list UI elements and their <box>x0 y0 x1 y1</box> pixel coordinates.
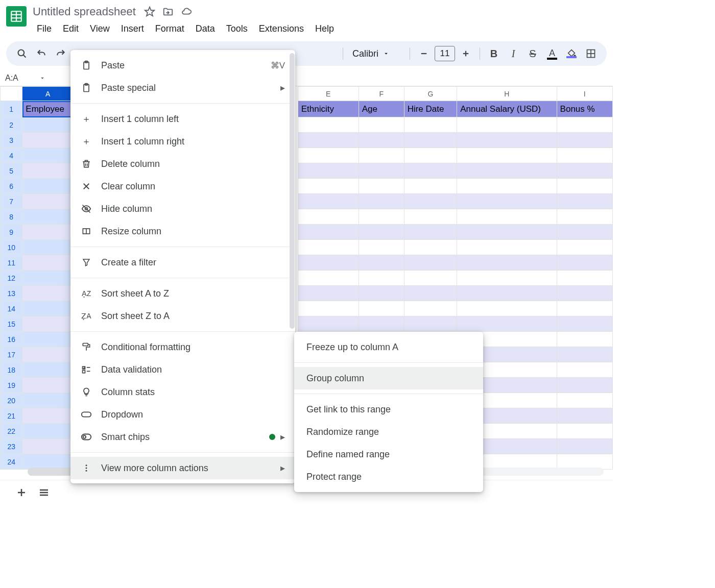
cell[interactable] <box>557 255 612 271</box>
sub-get-link[interactable]: Get link to this range <box>294 398 483 421</box>
cell[interactable]: Employee <box>22 101 74 117</box>
row-header[interactable]: 3 <box>1 133 22 148</box>
text-color-icon[interactable]: A <box>543 45 561 62</box>
cell[interactable]: Hire Date <box>404 101 457 117</box>
sub-group-column[interactable]: Group column <box>294 367 483 389</box>
cell[interactable] <box>457 240 557 255</box>
sub-randomize[interactable]: Randomize range <box>294 421 483 443</box>
row-header[interactable]: 18 <box>1 362 22 378</box>
cell[interactable] <box>298 286 359 301</box>
doc-title[interactable]: Untitled spreadsheet <box>32 4 137 19</box>
row-header[interactable]: 6 <box>1 179 22 194</box>
cell[interactable] <box>557 179 612 194</box>
cell[interactable] <box>404 133 457 148</box>
redo-icon[interactable] <box>52 45 69 62</box>
cloud-icon[interactable] <box>181 6 192 17</box>
cell[interactable] <box>298 225 359 240</box>
row-header[interactable]: 13 <box>1 286 22 301</box>
cell[interactable] <box>359 301 404 316</box>
cell[interactable] <box>557 393 612 408</box>
bold-icon[interactable]: B <box>485 45 503 62</box>
all-sheets-icon[interactable] <box>37 485 51 500</box>
row-header[interactable]: 7 <box>1 194 22 209</box>
cell[interactable] <box>359 209 404 225</box>
col-header-g[interactable]: G <box>404 87 457 101</box>
cell[interactable] <box>22 179 74 194</box>
menu-view[interactable]: View <box>85 21 115 36</box>
cell[interactable] <box>359 163 404 179</box>
italic-icon[interactable]: I <box>505 45 522 62</box>
cell[interactable] <box>457 117 557 133</box>
cell[interactable] <box>22 286 74 301</box>
cell[interactable] <box>298 255 359 271</box>
cell[interactable] <box>557 133 612 148</box>
cell[interactable] <box>22 148 74 163</box>
ctx-sort-az[interactable]: A͎ZSort sheet A to Z <box>70 282 295 305</box>
cell[interactable] <box>457 225 557 240</box>
cell[interactable] <box>298 179 359 194</box>
menu-edit[interactable]: Edit <box>58 21 84 36</box>
strikethrough-icon[interactable]: S <box>524 45 541 62</box>
cell[interactable] <box>22 209 74 225</box>
cell[interactable] <box>557 424 612 439</box>
cell[interactable] <box>22 347 74 362</box>
row-header[interactable]: 12 <box>1 271 22 286</box>
cell[interactable] <box>22 439 74 454</box>
ctx-insert-left[interactable]: ＋Insert 1 column left <box>70 108 295 130</box>
col-header-a[interactable]: A <box>22 87 74 101</box>
cell[interactable] <box>359 117 404 133</box>
cell[interactable] <box>22 362 74 378</box>
col-header-e[interactable]: E <box>298 87 359 101</box>
cell[interactable] <box>298 316 359 332</box>
ctx-create-filter[interactable]: Create a filter <box>70 251 295 274</box>
name-box[interactable]: A:A <box>0 74 51 83</box>
cell[interactable] <box>22 194 74 209</box>
font-selector[interactable]: Calibri <box>348 48 404 59</box>
ctx-paste-special[interactable]: Paste special▸ <box>70 77 295 99</box>
cell[interactable] <box>457 148 557 163</box>
cell[interactable] <box>557 286 612 301</box>
row-header[interactable]: 1 <box>1 101 22 117</box>
cell[interactable] <box>22 225 74 240</box>
cell[interactable] <box>359 255 404 271</box>
cell[interactable] <box>22 240 74 255</box>
cell[interactable] <box>457 163 557 179</box>
cell[interactable] <box>557 454 612 470</box>
menu-help[interactable]: Help <box>310 21 339 36</box>
col-header-f[interactable]: F <box>359 87 404 101</box>
cell[interactable] <box>557 240 612 255</box>
cell[interactable] <box>298 301 359 316</box>
cell[interactable] <box>457 271 557 286</box>
row-header[interactable]: 17 <box>1 347 22 362</box>
cell[interactable] <box>22 454 74 470</box>
cell[interactable] <box>457 194 557 209</box>
cell[interactable] <box>404 209 457 225</box>
col-header-h[interactable]: H <box>457 87 557 101</box>
ctx-clear-column[interactable]: Clear column <box>70 175 295 198</box>
row-header[interactable]: 10 <box>1 240 22 255</box>
cell[interactable] <box>298 117 359 133</box>
row-header[interactable]: 21 <box>1 408 22 424</box>
cell[interactable] <box>22 393 74 408</box>
cell[interactable] <box>404 301 457 316</box>
row-header[interactable]: 11 <box>1 255 22 271</box>
cell[interactable] <box>557 194 612 209</box>
cell[interactable] <box>404 286 457 301</box>
cell[interactable] <box>557 117 612 133</box>
ctx-insert-right[interactable]: ＋Insert 1 column right <box>70 130 295 153</box>
cell[interactable] <box>404 163 457 179</box>
cell[interactable] <box>22 378 74 393</box>
fill-color-icon[interactable] <box>563 45 580 62</box>
cell[interactable] <box>404 179 457 194</box>
undo-icon[interactable] <box>33 45 50 62</box>
cell[interactable] <box>22 255 74 271</box>
row-header[interactable]: 24 <box>1 454 22 470</box>
cell[interactable] <box>22 117 74 133</box>
cell[interactable] <box>404 148 457 163</box>
borders-icon[interactable] <box>582 45 600 62</box>
cell[interactable]: Ethnicity <box>298 101 359 117</box>
cell[interactable] <box>359 148 404 163</box>
row-header[interactable]: 5 <box>1 163 22 179</box>
row-header[interactable]: 14 <box>1 301 22 316</box>
ctx-smart-chips[interactable]: Smart chips▸ <box>70 426 295 448</box>
